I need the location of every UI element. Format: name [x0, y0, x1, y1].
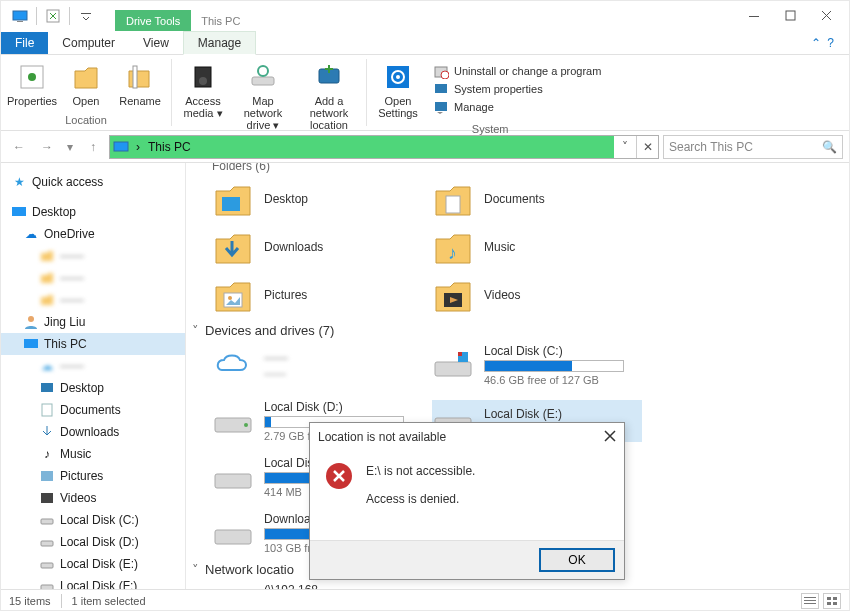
tree-drive-c[interactable]: Local Disk (C:) — [1, 509, 185, 531]
context-tab-drive-tools[interactable]: Drive Tools — [115, 10, 191, 31]
ribbon-open[interactable]: Open — [61, 59, 111, 109]
net-drive-2[interactable]: 419 MB free of 56.7 GB — [432, 583, 642, 589]
tree-music-lib[interactable]: ♪Music — [1, 443, 185, 465]
dialog-ok-button[interactable]: OK — [540, 549, 614, 571]
dialog-message-2: Access is denied. — [366, 489, 475, 509]
nav-back[interactable]: ← — [7, 135, 31, 159]
tree-drive-d[interactable]: Local Disk (D:) — [1, 531, 185, 553]
tree-desktop[interactable]: Desktop — [1, 201, 185, 223]
ribbon-properties[interactable]: Properties — [7, 59, 57, 109]
error-icon — [324, 461, 354, 491]
address-dropdown[interactable]: ˅ — [614, 136, 636, 158]
svg-rect-35 — [222, 197, 240, 211]
ribbon-rename[interactable]: Rename — [115, 59, 165, 109]
ribbon-manage[interactable]: Manage — [433, 99, 601, 115]
svg-rect-47 — [215, 474, 251, 488]
ribbon-sysprops[interactable]: System properties — [433, 81, 601, 97]
nav-forward[interactable]: → — [35, 135, 59, 159]
tree-onedrive[interactable]: ☁OneDrive — [1, 223, 185, 245]
svg-rect-57 — [833, 602, 837, 605]
tree-user[interactable]: Jing Liu — [1, 311, 185, 333]
svg-rect-27 — [41, 471, 53, 481]
dialog-close-button[interactable] — [604, 430, 616, 445]
tab-file[interactable]: File — [1, 32, 48, 54]
search-placeholder: Search This PC — [669, 140, 818, 154]
qat-dropdown[interactable] — [77, 7, 95, 25]
svg-rect-41 — [435, 362, 471, 376]
svg-rect-8 — [133, 66, 137, 88]
svg-point-23 — [28, 316, 34, 322]
tree-videos-lib[interactable]: Videos — [1, 487, 185, 509]
ribbon-add-location[interactable]: Add a network location — [298, 59, 360, 133]
svg-rect-36 — [446, 196, 460, 213]
tree-drive-f[interactable]: Local Disk (F:) — [1, 575, 185, 589]
drive-cloud[interactable]: ———— — [212, 344, 422, 386]
tree-onedrive-item[interactable]: —— — [1, 289, 185, 311]
close-button[interactable] — [809, 3, 845, 29]
status-count: 15 items — [9, 595, 51, 607]
section-network: Network locatio — [205, 562, 294, 577]
folder-desktop[interactable]: Desktop — [212, 179, 422, 219]
view-details-button[interactable] — [801, 593, 819, 609]
svg-point-45 — [244, 423, 248, 427]
svg-rect-11 — [252, 77, 274, 85]
folder-music[interactable]: ♪Music — [432, 227, 642, 267]
pc-icon — [110, 139, 132, 155]
folder-documents[interactable]: Documents — [432, 179, 642, 219]
svg-rect-1 — [17, 21, 23, 22]
drive-c[interactable]: Local Disk (C:)46.6 GB free of 127 GB — [432, 344, 642, 386]
tree-downloads-lib[interactable]: Downloads — [1, 421, 185, 443]
tree-onedrive-item[interactable]: —— — [1, 245, 185, 267]
nav-up[interactable]: ↑ — [81, 135, 105, 159]
chevron-down-icon[interactable]: ˅ — [192, 323, 199, 338]
breadcrumb-root[interactable]: › — [132, 140, 144, 154]
ribbon-uninstall[interactable]: Uninstall or change a program — [433, 63, 601, 79]
tree-desktop-lib[interactable]: Desktop — [1, 377, 185, 399]
maximize-button[interactable] — [773, 3, 809, 29]
breadcrumb-thispc[interactable]: This PC — [144, 140, 195, 154]
svg-rect-20 — [435, 102, 447, 111]
folder-videos[interactable]: Videos — [432, 275, 642, 315]
tab-view[interactable]: View — [129, 32, 183, 54]
svg-rect-53 — [804, 603, 816, 604]
properties-qat-icon[interactable] — [44, 7, 62, 25]
address-refresh[interactable]: ✕ — [636, 136, 658, 158]
tree-pictures-lib[interactable]: Pictures — [1, 465, 185, 487]
folder-pictures[interactable]: Pictures — [212, 275, 422, 315]
status-selection: 1 item selected — [72, 595, 146, 607]
tab-manage[interactable]: Manage — [183, 31, 256, 55]
svg-point-7 — [28, 73, 36, 81]
ribbon-access-media[interactable]: Access media ▾ — [178, 59, 228, 121]
view-large-button[interactable] — [823, 593, 841, 609]
pc-icon — [11, 7, 29, 25]
folder-downloads[interactable]: Downloads — [212, 227, 422, 267]
ribbon-map-drive[interactable]: Map network drive ▾ — [232, 59, 294, 133]
svg-rect-0 — [13, 11, 27, 20]
svg-rect-30 — [41, 541, 53, 546]
svg-rect-19 — [435, 84, 447, 93]
nav-tree[interactable]: ★Quick access Desktop ☁OneDrive —— —— ——… — [1, 163, 186, 589]
search-input[interactable]: Search This PC 🔍 — [663, 135, 843, 159]
svg-rect-22 — [12, 207, 26, 216]
section-drives: Devices and drives (7) — [205, 323, 334, 338]
minimize-button[interactable] — [737, 3, 773, 29]
net-drive-1[interactable]: (\\192.168.230 GB free of 1.76 TB — [212, 583, 422, 589]
chevron-down-icon[interactable]: ˅ — [192, 562, 199, 577]
tab-computer[interactable]: Computer — [48, 32, 129, 54]
svg-rect-29 — [41, 519, 53, 524]
svg-rect-32 — [41, 585, 53, 589]
tree-cloud[interactable]: ☁—— — [1, 355, 185, 377]
tree-onedrive-item[interactable]: —— — [1, 267, 185, 289]
address-bar[interactable]: › This PC ˅ ✕ — [109, 135, 659, 159]
nav-recent[interactable]: ▾ — [63, 135, 77, 159]
tree-documents-lib[interactable]: Documents — [1, 399, 185, 421]
svg-rect-48 — [215, 530, 251, 544]
tree-quick-access[interactable]: ★Quick access — [1, 171, 185, 193]
ribbon-open-settings[interactable]: Open Settings — [373, 59, 423, 121]
tree-this-pc[interactable]: This PC — [1, 333, 185, 355]
svg-point-18 — [441, 71, 449, 79]
tree-drive-e[interactable]: Local Disk (E:) — [1, 553, 185, 575]
svg-rect-3 — [81, 13, 91, 14]
help-button[interactable]: ⌃ ? — [807, 32, 841, 54]
svg-rect-24 — [24, 339, 38, 348]
